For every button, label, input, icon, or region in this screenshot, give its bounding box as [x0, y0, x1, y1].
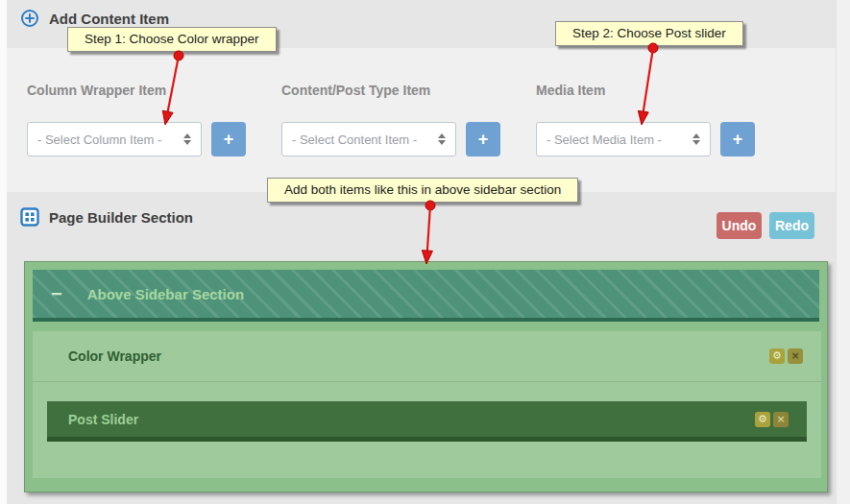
redo-button[interactable]: Redo	[769, 212, 814, 239]
content-post-type-item-label: Content/Post Type Item	[281, 83, 430, 98]
color-wrapper-row[interactable]: Color Wrapper ⚙ ×	[33, 331, 821, 382]
add-media-item-button[interactable]: +	[720, 122, 755, 156]
undo-button[interactable]: Undo	[716, 212, 762, 239]
column-wrapper-item-label: Column Wrapper Item	[27, 83, 166, 98]
select-arrows-icon	[692, 133, 700, 145]
content-item-select-value: - Select Content Item -	[292, 132, 438, 147]
tooltip-step2: Step 2: Choose Post slider	[555, 21, 743, 46]
media-item-select-value: - Select Media Item -	[546, 132, 692, 147]
tooltip-step1: Step 1: Choose Color wrapper	[67, 27, 277, 52]
media-item-label: Media Item	[536, 83, 605, 98]
column-item-select[interactable]: - Select Column Item -	[27, 122, 202, 156]
above-sidebar-section-header[interactable]: − Above Sidebar Section	[33, 270, 819, 322]
color-wrapper-title: Color Wrapper	[68, 348, 161, 364]
above-sidebar-section-box: − Above Sidebar Section Color Wrapper ⚙ …	[24, 261, 828, 492]
add-content-form: Column Wrapper Item - Select Column Item…	[7, 48, 836, 192]
content-item-select[interactable]: - Select Content Item -	[281, 122, 456, 156]
builder-page: Add Content Item Column Wrapper Item - S…	[7, 0, 836, 504]
collapse-icon[interactable]: −	[51, 284, 62, 303]
color-wrapper-panel: Color Wrapper ⚙ × Post Slider ⚙ ×	[33, 331, 821, 478]
post-slider-title: Post Slider	[68, 412, 138, 427]
page-margin	[836, 0, 850, 504]
select-arrows-icon	[438, 133, 446, 145]
add-column-item-button[interactable]: +	[211, 122, 246, 156]
post-slider-row[interactable]: Post Slider ⚙ ×	[47, 401, 807, 442]
color-wrapper-close-icon[interactable]: ×	[788, 348, 803, 364]
grid-icon	[20, 207, 39, 227]
post-slider-settings-icon[interactable]: ⚙	[755, 412, 770, 427]
above-sidebar-section-title: Above Sidebar Section	[87, 286, 244, 302]
page-builder-title: Page Builder Section	[49, 209, 193, 226]
post-slider-close-icon[interactable]: ×	[773, 412, 789, 427]
page-builder-section: Page Builder Section Undo Redo − Above S…	[7, 192, 836, 504]
add-content-item-button[interactable]: +	[466, 122, 500, 156]
circle-plus-icon	[20, 9, 39, 28]
add-content-title: Add Content Item	[49, 11, 169, 27]
color-wrapper-settings-icon[interactable]: ⚙	[769, 348, 785, 364]
tooltip-add-both: Add both items like this in above sideba…	[267, 178, 578, 203]
media-item-select[interactable]: - Select Media Item -	[536, 122, 711, 156]
column-item-select-value: - Select Column Item -	[37, 132, 183, 147]
select-arrows-icon	[183, 133, 191, 145]
